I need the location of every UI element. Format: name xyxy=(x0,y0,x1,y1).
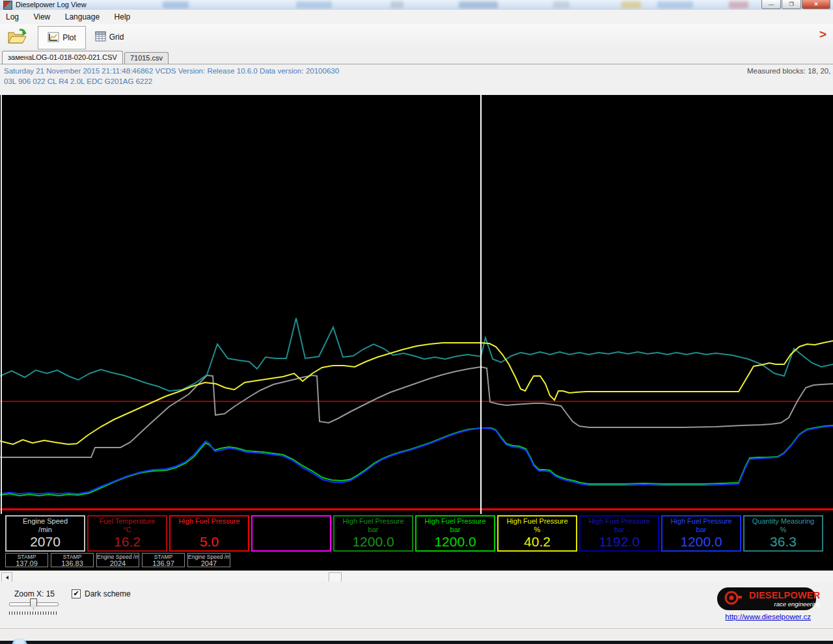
plot-view-button[interactable]: Plot xyxy=(38,26,86,49)
title-bar: Dieselpower Log View — ❐ ✕ xyxy=(0,0,833,10)
log-header: Saturday 21 November 2015 21:11:48:46862… xyxy=(0,64,833,95)
series-engine-speed xyxy=(0,367,833,457)
background-window-glimpse xyxy=(657,1,693,8)
series-quantity-measuring xyxy=(0,318,833,391)
param-label: High Fuel Pressure xyxy=(662,517,740,526)
param-box-high-fuel-pressure-blue: High Fuel Pressure bar 1200.0 xyxy=(661,515,741,552)
turbo-icon xyxy=(723,589,746,609)
param-box-high-fuel-pressure-navy: High Fuel Pressure bar 1192.0 xyxy=(579,515,659,552)
stamp-box: Engine Speed /min 2024 xyxy=(96,553,139,567)
scroll-left-button[interactable] xyxy=(1,572,12,582)
stamp-value: 136.97 xyxy=(143,560,184,567)
horizontal-scrollbar[interactable] xyxy=(0,570,833,582)
param-box-high-fuel-pressure-darkgreen: High Fuel Pressure bar 1200.0 xyxy=(333,515,413,552)
param-unit: bar xyxy=(662,526,740,533)
param-value: 16.2 xyxy=(89,534,166,550)
stamp-value: 2024 xyxy=(97,560,139,567)
param-label: High Fuel Pressure xyxy=(335,517,412,526)
zoom-slider-ticks xyxy=(9,611,59,615)
open-folder-icon xyxy=(7,28,27,47)
scrollbar-thumb[interactable] xyxy=(329,572,342,582)
logo-text-main: DIESELPOWER xyxy=(749,591,820,600)
plot-icon xyxy=(48,32,59,44)
toolbar-overflow-chevron-icon[interactable]: > xyxy=(819,27,826,42)
background-window-glimpse xyxy=(163,1,189,8)
param-unit xyxy=(253,517,330,525)
close-icon: ✕ xyxy=(814,2,819,7)
stamp-box: STAMP 137.09 xyxy=(5,553,48,567)
minimize-icon: — xyxy=(769,2,774,7)
param-unit: % xyxy=(744,526,822,533)
stamp-box: STAMP 136.97 xyxy=(142,553,185,567)
menu-log[interactable]: Log xyxy=(0,10,25,24)
logo-text-sub: race engineering xyxy=(774,601,821,608)
scroll-left-arrow-icon xyxy=(6,576,8,580)
window-title: Dieselpower Log View xyxy=(16,1,87,8)
restore-icon: ❐ xyxy=(789,2,793,7)
log-timestamp-line: Saturday 21 November 2015 21:11:48:46862… xyxy=(4,67,339,75)
param-unit: bar xyxy=(580,526,658,533)
param-label: Fuel Temperature xyxy=(89,517,166,526)
param-box-high-fuel-pressure-green: High Fuel Pressure bar 1200.0 xyxy=(415,515,495,552)
stamp-value: 136.83 xyxy=(51,560,93,567)
status-strip xyxy=(0,629,833,641)
grid-button-label: Grid xyxy=(109,33,124,42)
tab-file-2[interactable]: 71015.csv xyxy=(124,52,169,64)
param-box-high-fuel-pressure-red: High Fuel Pressure 5.0 xyxy=(169,515,249,552)
close-button[interactable]: ✕ xyxy=(802,0,830,9)
toolbar: Plot Grid > xyxy=(0,24,833,51)
param-box-empty xyxy=(251,515,331,552)
background-window-glimpse xyxy=(553,1,569,8)
zoom-x-label: Zoom X: 15 xyxy=(14,589,55,598)
dark-scheme-checkbox[interactable]: ✔ xyxy=(72,589,81,598)
grid-icon xyxy=(95,31,106,44)
param-box-high-fuel-pressure-yellow: High Fuel Pressure % 40.2 xyxy=(497,515,577,552)
background-window-glimpse xyxy=(296,1,332,8)
stamp-row: STAMP 137.09 STAMP 136.83 Engine Speed /… xyxy=(5,553,230,567)
param-box-engine-speed: Engine Speed /min 2070 xyxy=(5,515,85,552)
tab-file-1[interactable]: заменаLOG-01-018-020-021.CSV xyxy=(2,51,123,64)
parameter-box-row: Engine Speed /min 2070 Fuel Temperature … xyxy=(5,515,823,552)
stamp-box: Engine Speed /min 2047 xyxy=(187,553,230,567)
minimize-button[interactable]: — xyxy=(761,0,781,9)
open-log-button[interactable] xyxy=(5,27,29,48)
file-tabs: заменаLOG-01-018-020-021.CSV 71015.csv xyxy=(0,51,833,64)
menu-help[interactable]: Help xyxy=(109,10,137,24)
plot-button-label: Plot xyxy=(62,33,76,42)
ecu-id-line: 03L 906 022 CL R4 2.0L EDC G201AG 6222 xyxy=(4,77,152,85)
param-value: 1200.0 xyxy=(416,534,494,550)
param-unit: °C xyxy=(89,526,166,533)
grid-view-button[interactable]: Grid xyxy=(90,26,129,48)
zoom-slider-thumb[interactable] xyxy=(30,598,37,610)
param-value: 2070 xyxy=(7,534,84,550)
dark-scheme-label: Dark scheme xyxy=(85,589,131,598)
dieselpower-link[interactable]: http://www.dieselpower.cz xyxy=(725,613,811,621)
restore-button[interactable]: ❐ xyxy=(782,0,801,9)
param-unit xyxy=(171,526,248,533)
menu-language[interactable]: Language xyxy=(59,10,105,24)
background-window-glimpse xyxy=(621,1,641,8)
stamp-value: 2047 xyxy=(188,560,230,567)
param-label: High Fuel Pressure xyxy=(498,517,576,526)
app-icon xyxy=(3,1,12,10)
param-box-fuel-temperature: Fuel Temperature °C 16.2 xyxy=(87,515,167,552)
dieselpower-logo: DIESELPOWER race engineering xyxy=(717,587,816,610)
stamp-value: 137.09 xyxy=(6,560,48,567)
param-value: 40.2 xyxy=(498,534,576,550)
param-value: 1192.0 xyxy=(580,534,658,550)
check-icon: ✔ xyxy=(73,589,79,597)
stamp-box: STAMP 136.83 xyxy=(51,553,94,567)
plot-canvas xyxy=(0,95,833,514)
param-label: High Fuel Pressure xyxy=(416,517,494,526)
menu-bar: Log View Language Help xyxy=(0,10,833,24)
param-label: High Fuel Pressure xyxy=(171,517,248,526)
param-value: 5.0 xyxy=(171,534,248,550)
param-unit: bar xyxy=(416,526,494,533)
param-value: 1200.0 xyxy=(662,534,740,550)
background-window-glimpse xyxy=(459,1,498,8)
plot-area[interactable] xyxy=(0,95,833,514)
param-label: Engine Speed xyxy=(7,517,84,526)
background-window-glimpse xyxy=(729,1,748,8)
bottom-control-panel: Zoom X: 15 ✔ Dark scheme DIESELPOWER rac… xyxy=(0,582,833,629)
menu-view[interactable]: View xyxy=(27,10,56,24)
